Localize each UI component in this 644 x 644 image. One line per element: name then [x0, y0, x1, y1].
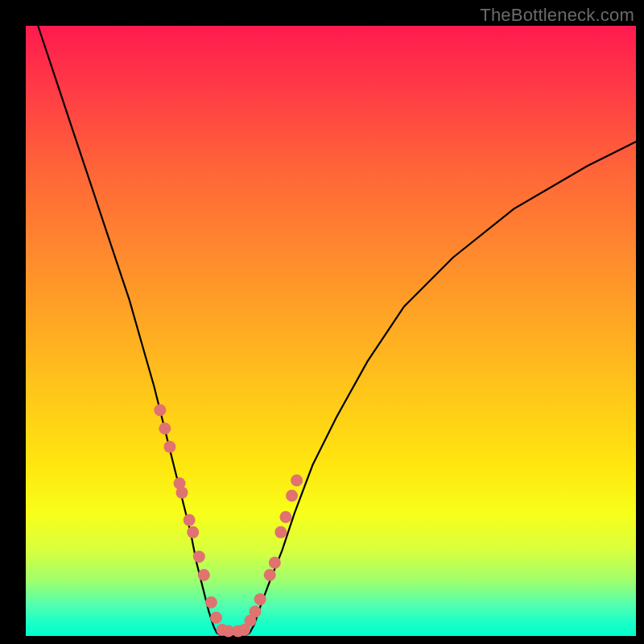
scatter-dot — [269, 557, 281, 569]
scatter-dot — [250, 605, 262, 617]
scatter-dots — [154, 404, 303, 637]
chart-frame: TheBottleneck.com — [0, 0, 644, 644]
scatter-dot — [210, 612, 222, 624]
scatter-dot — [279, 511, 291, 523]
watermark-text: TheBottleneck.com — [480, 5, 634, 26]
scatter-dot — [176, 486, 188, 498]
scatter-dot — [205, 597, 217, 609]
scatter-dot — [154, 404, 166, 416]
scatter-dot — [187, 526, 199, 539]
curve-left-path — [38, 26, 217, 633]
curve-right-path — [250, 142, 636, 633]
scatter-dot — [286, 489, 298, 502]
scatter-dot — [193, 551, 205, 563]
plot-area — [26, 26, 636, 636]
scatter-dot — [159, 423, 171, 435]
scatter-dot — [184, 514, 196, 526]
scatter-dot — [291, 474, 303, 486]
scatter-dot — [198, 569, 210, 581]
chart-svg — [26, 26, 636, 636]
scatter-dot — [254, 593, 266, 605]
scatter-dot — [275, 526, 287, 539]
scatter-dot — [163, 441, 175, 453]
scatter-dot — [264, 569, 276, 581]
